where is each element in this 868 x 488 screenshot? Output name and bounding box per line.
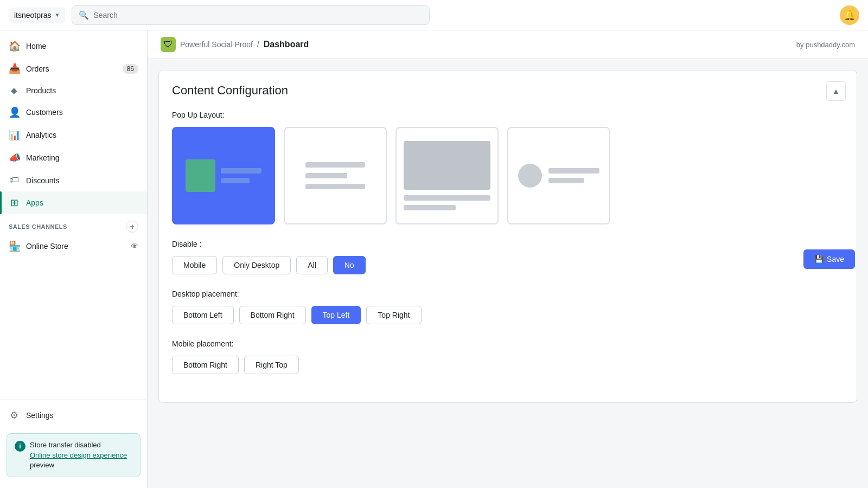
- store-selector[interactable]: itsneotpras ▼: [9, 8, 65, 23]
- sales-channels-section: SALES CHANNELS +: [0, 214, 147, 235]
- desktop-placement-label: Desktop placement:: [172, 290, 844, 298]
- marketing-icon: 📣: [9, 152, 20, 164]
- disable-section: Disable : Mobile Only Desktop All No: [172, 240, 844, 274]
- sidebar-item-marketing[interactable]: 📣 Marketing: [0, 146, 147, 169]
- sidebar-item-settings[interactable]: ⚙ Settings: [0, 404, 147, 427]
- card1-thumbnail: [186, 159, 215, 192]
- sidebar-item-customers[interactable]: 👤 Customers: [0, 101, 147, 124]
- store-transfer-title: Store transfer disabled: [30, 440, 132, 450]
- store-transfer-link[interactable]: Online store design experience: [30, 451, 127, 459]
- sidebar: 🏠 Home 📥 Orders 86 ◆ Products 👤 Customer…: [0, 30, 148, 488]
- mobile-placement-options: Bottom Right Right Top: [172, 356, 844, 374]
- search-icon: 🔍: [79, 10, 89, 20]
- analytics-icon: 📊: [9, 129, 20, 141]
- layout-card-3[interactable]: [395, 127, 499, 224]
- header-right: 🔔: [840, 5, 859, 25]
- disable-all-button[interactable]: All: [296, 256, 328, 274]
- settings-icon: ⚙: [9, 409, 20, 421]
- search-bar: 🔍: [72, 5, 430, 25]
- apps-icon: ⊞: [9, 197, 20, 209]
- sidebar-item-home[interactable]: 🏠 Home: [0, 35, 147, 57]
- home-icon: 🏠: [9, 40, 20, 52]
- app-layout: 🏠 Home 📥 Orders 86 ◆ Products 👤 Customer…: [0, 30, 868, 488]
- sidebar-item-analytics[interactable]: 📊 Analytics: [0, 124, 147, 146]
- sidebar-item-label: Discounts: [26, 176, 59, 185]
- notification-bell-icon[interactable]: 🔔: [840, 5, 859, 25]
- layout-card-2[interactable]: [284, 127, 387, 224]
- disable-options: Mobile Only Desktop All No: [172, 256, 844, 274]
- placement-bottom-right-button[interactable]: Bottom Right: [239, 306, 306, 324]
- desktop-placement-options: Bottom Left Bottom Right Top Left Top Ri…: [172, 306, 844, 324]
- mobile-placement-right-top-button[interactable]: Right Top: [244, 356, 299, 374]
- eye-icon: 👁: [131, 242, 138, 251]
- sidebar-item-products[interactable]: ◆ Products: [0, 80, 147, 101]
- products-icon: ◆: [9, 86, 20, 95]
- save-button[interactable]: 💾 Save: [803, 249, 855, 269]
- sidebar-nav: 🏠 Home 📥 Orders 86 ◆ Products 👤 Customer…: [0, 30, 147, 399]
- chevron-down-icon: ▼: [54, 12, 60, 18]
- content-panel: Content Configuration ▲ Pop Up Layout:: [158, 70, 857, 403]
- store-transfer-text: Store transfer disabled Online store des…: [30, 440, 132, 470]
- sidebar-item-apps[interactable]: ⊞ Apps: [0, 191, 147, 214]
- breadcrumb-current: Dashboard: [264, 40, 309, 49]
- sales-channels-label: SALES CHANNELS: [9, 223, 67, 230]
- sidebar-item-label: Online Store: [26, 242, 68, 251]
- breadcrumb-parent: Powerful Social Proof: [180, 40, 253, 49]
- store-name: itsneotpras: [14, 11, 51, 20]
- breadcrumb: 🛡 Powerful Social Proof / Dashboard: [161, 37, 309, 52]
- discounts-icon: 🏷: [9, 175, 20, 186]
- main-content: 🛡 Powerful Social Proof / Dashboard by p…: [148, 30, 868, 488]
- disable-only-desktop-button[interactable]: Only Desktop: [222, 256, 291, 274]
- orders-icon: 📥: [9, 63, 20, 75]
- collapse-button[interactable]: ▲: [826, 81, 846, 101]
- layout-card-1[interactable]: [172, 127, 275, 224]
- sidebar-bottom: ⚙ Settings i Store transfer disabled Onl…: [0, 399, 147, 488]
- disable-no-button[interactable]: No: [333, 256, 366, 274]
- placement-top-left-button[interactable]: Top Left: [311, 306, 361, 324]
- sidebar-item-label: Apps: [26, 198, 43, 207]
- chevron-up-icon: ▲: [832, 87, 840, 95]
- search-input[interactable]: [93, 11, 423, 20]
- sidebar-item-label: Products: [26, 86, 56, 95]
- sidebar-item-orders[interactable]: 📥 Orders 86: [0, 57, 147, 80]
- popup-layout-section: Pop Up Layout:: [172, 111, 844, 224]
- info-icon: i: [15, 441, 25, 452]
- app-icon: 🛡: [161, 37, 176, 52]
- save-icon: 💾: [814, 255, 824, 264]
- mobile-placement-label: Mobile placement:: [172, 339, 844, 348]
- sidebar-item-label: Settings: [26, 411, 54, 420]
- sidebar-item-label: Marketing: [26, 153, 59, 162]
- sidebar-item-online-store[interactable]: 🏪 Online Store 👁: [0, 235, 147, 258]
- customers-icon: 👤: [9, 106, 20, 118]
- mobile-placement-bottom-right-button[interactable]: Bottom Right: [172, 356, 239, 374]
- orders-badge: 86: [123, 64, 138, 74]
- store-transfer-suffix: preview: [30, 461, 54, 469]
- disable-label: Disable :: [172, 240, 844, 248]
- popup-layout-label: Pop Up Layout:: [172, 111, 844, 119]
- store-transfer-card-row: i Store transfer disabled Online store d…: [15, 440, 132, 470]
- sidebar-item-label: Home: [26, 42, 46, 50]
- breadcrumb-bar: 🛡 Powerful Social Proof / Dashboard by p…: [148, 30, 868, 59]
- online-store-icon: 🏪: [9, 240, 20, 252]
- header: itsneotpras ▼ 🔍 🔔: [0, 0, 868, 30]
- placement-bottom-left-button[interactable]: Bottom Left: [172, 306, 234, 324]
- panel-title: Content Configuration: [172, 84, 844, 98]
- mobile-placement-section: Mobile placement: Bottom Right Right Top: [172, 339, 844, 374]
- placement-top-right-button[interactable]: Top Right: [366, 306, 421, 324]
- layout-card-4[interactable]: [507, 127, 610, 224]
- store-transfer-card: i Store transfer disabled Online store d…: [7, 433, 141, 477]
- sidebar-item-discounts[interactable]: 🏷 Discounts: [0, 169, 147, 191]
- desktop-placement-section: Desktop placement: Bottom Left Bottom Ri…: [172, 290, 844, 324]
- add-sales-channel-button[interactable]: +: [126, 221, 138, 233]
- save-label: Save: [827, 255, 844, 264]
- sidebar-item-label: Customers: [26, 108, 63, 117]
- layout-cards: [172, 127, 844, 224]
- disable-mobile-button[interactable]: Mobile: [172, 256, 217, 274]
- sidebar-item-label: Orders: [26, 65, 49, 73]
- sidebar-item-label: Analytics: [26, 131, 56, 139]
- by-text: by pushdaddy.com: [796, 41, 855, 49]
- breadcrumb-separator: /: [257, 40, 259, 49]
